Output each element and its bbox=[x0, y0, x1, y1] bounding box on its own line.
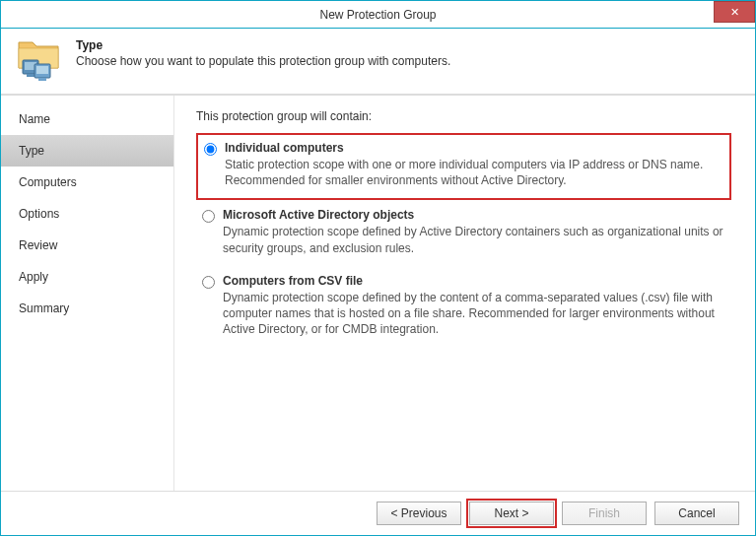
option-body: Individual computers Static protection s… bbox=[225, 141, 722, 188]
step-summary[interactable]: Summary bbox=[1, 293, 173, 324]
step-review[interactable]: Review bbox=[1, 230, 173, 261]
wizard-window: New Protection Group ✕ Type Choose how y… bbox=[0, 0, 756, 536]
folder-computers-icon bbox=[17, 38, 64, 82]
option-description: Static protection scope with one or more… bbox=[225, 157, 722, 188]
option-title: Microsoft Active Directory objects bbox=[223, 208, 723, 222]
next-button[interactable]: Next > bbox=[469, 502, 554, 525]
finish-button[interactable]: Finish bbox=[562, 502, 647, 525]
window-title: New Protection Group bbox=[319, 8, 436, 22]
svg-rect-2 bbox=[27, 74, 34, 77]
step-apply[interactable]: Apply bbox=[1, 261, 173, 293]
close-button[interactable]: ✕ bbox=[714, 1, 755, 23]
option-title: Computers from CSV file bbox=[223, 274, 723, 288]
wizard-footer: < Previous Next > Finish Cancel bbox=[1, 491, 755, 535]
close-icon: ✕ bbox=[730, 6, 739, 19]
page-title: Type bbox=[76, 38, 450, 52]
svg-rect-4 bbox=[36, 66, 48, 74]
wizard-content: This protection group will contain: Indi… bbox=[174, 96, 755, 491]
page-description: Choose how you want to populate this pro… bbox=[76, 54, 450, 68]
step-type[interactable]: Type bbox=[1, 135, 173, 167]
option-active-directory[interactable]: Microsoft Active Directory objects Dynam… bbox=[196, 202, 731, 265]
option-csv-file[interactable]: Computers from CSV file Dynamic protecti… bbox=[196, 268, 731, 348]
option-description: Dynamic protection scope defined by Acti… bbox=[223, 224, 723, 255]
svg-rect-5 bbox=[38, 78, 46, 81]
header-text: Type Choose how you want to populate thi… bbox=[76, 38, 450, 68]
step-computers[interactable]: Computers bbox=[1, 167, 173, 198]
radio-csv-file[interactable] bbox=[202, 276, 215, 289]
radio-individual-computers[interactable] bbox=[204, 143, 217, 156]
wizard-header: Type Choose how you want to populate thi… bbox=[1, 29, 755, 96]
previous-button[interactable]: < Previous bbox=[377, 502, 461, 525]
option-description: Dynamic protection scope defined by the … bbox=[223, 290, 723, 338]
radio-active-directory[interactable] bbox=[202, 210, 215, 223]
option-title: Individual computers bbox=[225, 141, 722, 155]
wizard-body: Name Type Computers Options Review Apply… bbox=[1, 96, 755, 491]
titlebar: New Protection Group ✕ bbox=[1, 1, 755, 29]
step-options[interactable]: Options bbox=[1, 198, 173, 230]
wizard-steps-sidebar: Name Type Computers Options Review Apply… bbox=[1, 96, 174, 491]
option-individual-computers[interactable]: Individual computers Static protection s… bbox=[196, 133, 731, 200]
content-heading: This protection group will contain: bbox=[196, 109, 731, 123]
cancel-button[interactable]: Cancel bbox=[654, 502, 739, 525]
step-name[interactable]: Name bbox=[1, 103, 173, 135]
option-body: Computers from CSV file Dynamic protecti… bbox=[223, 274, 723, 338]
option-body: Microsoft Active Directory objects Dynam… bbox=[223, 208, 723, 255]
